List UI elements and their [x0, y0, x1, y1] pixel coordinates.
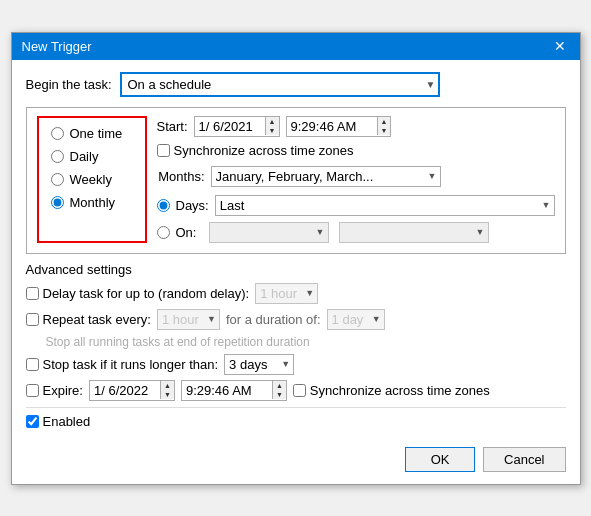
- start-time-input-group: ▲ ▼: [286, 116, 392, 137]
- start-time-input[interactable]: [287, 117, 377, 136]
- stop-longer-select[interactable]: 3 days 1 hour 2 hours 1 day: [224, 354, 294, 375]
- repeat-task-select-wrapper: 1 hour ▼: [157, 309, 220, 330]
- enabled-row: Enabled: [26, 414, 566, 429]
- days-on-row: Days: Last First Second Third Fourth: [157, 195, 555, 243]
- start-row: Start: ▲ ▼ ▲ ▼: [157, 116, 555, 158]
- enabled-checkbox[interactable]: [26, 415, 39, 428]
- divider: [26, 407, 566, 408]
- stop-longer-row: Stop task if it runs longer than: 3 days…: [26, 354, 566, 375]
- radio-one-time-input[interactable]: [51, 127, 64, 140]
- repeat-task-checkbox[interactable]: [26, 313, 39, 326]
- radio-daily[interactable]: Daily: [51, 149, 133, 164]
- repeat-task-text: Repeat task every:: [43, 312, 151, 327]
- dialog-footer: OK Cancel: [12, 439, 580, 484]
- expire-date-spin-up[interactable]: ▲: [161, 381, 174, 390]
- delay-task-text: Delay task for up to (random delay):: [43, 286, 250, 301]
- delay-task-select: 1 hour: [255, 283, 318, 304]
- expire-date-spin-btns: ▲ ▼: [160, 381, 174, 399]
- start-date-spin-down[interactable]: ▼: [266, 126, 279, 135]
- start-date-spin-up[interactable]: ▲: [266, 117, 279, 126]
- expire-sync-label: Synchronize across time zones: [310, 383, 490, 398]
- settings-section: One time Daily Weekly Monthly: [26, 107, 566, 254]
- months-label: Months:: [157, 169, 205, 184]
- months-select[interactable]: January, February, March...: [211, 166, 441, 187]
- sync-checkbox-row[interactable]: Synchronize across time zones: [157, 143, 354, 158]
- title-bar: New Trigger ✕: [12, 33, 580, 60]
- cancel-button[interactable]: Cancel: [483, 447, 565, 472]
- expire-date-input-group: ▲ ▼: [89, 380, 175, 401]
- on-label: On:: [176, 225, 197, 240]
- on-row-inner: On: ▼: [157, 222, 555, 243]
- months-row: Months: January, February, March... ▼: [157, 166, 555, 187]
- delay-task-checkbox[interactable]: [26, 287, 39, 300]
- begin-task-row: Begin the task: On a schedule At log on …: [26, 72, 566, 97]
- expire-text: Expire:: [43, 383, 83, 398]
- expire-row: Expire: ▲ ▼ ▲ ▼: [26, 380, 566, 401]
- advanced-title: Advanced settings: [26, 262, 566, 277]
- radio-on[interactable]: On:: [157, 225, 203, 240]
- delay-task-row: Delay task for up to (random delay): 1 h…: [26, 283, 566, 304]
- repeat-task-select: 1 hour: [157, 309, 220, 330]
- stop-longer-text: Stop task if it runs longer than:: [43, 357, 219, 372]
- days-row-inner: Days: Last First Second Third Fourth: [157, 195, 555, 216]
- start-time-spin-btns: ▲ ▼: [377, 117, 391, 135]
- delay-task-select-wrapper: 1 hour ▼: [255, 283, 318, 304]
- radio-weekly[interactable]: Weekly: [51, 172, 133, 187]
- schedule-type-radio-group: One time Daily Weekly Monthly: [37, 116, 147, 243]
- radio-monthly-input[interactable]: [51, 196, 64, 209]
- expire-date-input[interactable]: [90, 381, 160, 400]
- for-duration-label: for a duration of:: [226, 312, 321, 327]
- close-button[interactable]: ✕: [550, 39, 570, 53]
- begin-task-select[interactable]: On a schedule At log on At startup On id…: [120, 72, 440, 97]
- expire-time-spin-btns: ▲ ▼: [272, 381, 286, 399]
- enabled-text: Enabled: [43, 414, 91, 429]
- start-date-input-group: ▲ ▼: [194, 116, 280, 137]
- stop-longer-checkbox[interactable]: [26, 358, 39, 371]
- expire-time-input[interactable]: [182, 381, 272, 400]
- days-label: Days:: [176, 198, 209, 213]
- radio-daily-label: Daily: [70, 149, 99, 164]
- radio-daily-input[interactable]: [51, 150, 64, 163]
- on-select2-wrapper: ▼: [339, 222, 489, 243]
- radio-weekly-input[interactable]: [51, 173, 64, 186]
- stop-running-row: Stop all running tasks at end of repetit…: [26, 335, 566, 349]
- expire-label[interactable]: Expire:: [26, 383, 83, 398]
- months-select-wrapper: January, February, March... ▼: [211, 166, 441, 187]
- settings-layout: One time Daily Weekly Monthly: [37, 116, 555, 243]
- enabled-label[interactable]: Enabled: [26, 414, 91, 429]
- expire-time-spin-up[interactable]: ▲: [273, 381, 286, 390]
- radio-one-time-label: One time: [70, 126, 123, 141]
- dialog-body: Begin the task: On a schedule At log on …: [12, 60, 580, 439]
- start-time-spin-up[interactable]: ▲: [378, 117, 391, 126]
- advanced-section: Advanced settings Delay task for up to (…: [26, 262, 566, 429]
- radio-monthly[interactable]: Monthly: [51, 195, 133, 210]
- expire-time-spin-down[interactable]: ▼: [273, 390, 286, 399]
- radio-weekly-label: Weekly: [70, 172, 112, 187]
- expire-time-input-group: ▲ ▼: [181, 380, 287, 401]
- sync-checkbox[interactable]: [157, 144, 170, 157]
- start-label: Start:: [157, 119, 188, 134]
- start-date-spin-btns: ▲ ▼: [265, 117, 279, 135]
- start-date-input[interactable]: [195, 117, 265, 136]
- radio-days-input[interactable]: [157, 199, 170, 212]
- radio-days[interactable]: Days:: [157, 198, 209, 213]
- duration-select-wrapper: 1 day ▼: [327, 309, 385, 330]
- radio-on-input[interactable]: [157, 226, 170, 239]
- begin-task-label: Begin the task:: [26, 77, 112, 92]
- stop-longer-label[interactable]: Stop task if it runs longer than:: [26, 357, 219, 372]
- ok-button[interactable]: OK: [405, 447, 475, 472]
- days-select[interactable]: Last First Second Third Fourth: [215, 195, 555, 216]
- radio-one-time[interactable]: One time: [51, 126, 133, 141]
- delay-task-label[interactable]: Delay task for up to (random delay):: [26, 286, 250, 301]
- expire-sync-row[interactable]: Synchronize across time zones: [293, 383, 490, 398]
- repeat-task-label[interactable]: Repeat task every:: [26, 312, 151, 327]
- repeat-task-row: Repeat task every: 1 hour ▼ for a durati…: [26, 309, 566, 330]
- sync-label: Synchronize across time zones: [174, 143, 354, 158]
- expire-sync-checkbox[interactable]: [293, 384, 306, 397]
- expire-checkbox[interactable]: [26, 384, 39, 397]
- expire-date-spin-down[interactable]: ▼: [161, 390, 174, 399]
- days-select-wrapper: Last First Second Third Fourth ▼: [215, 195, 555, 216]
- begin-task-select-wrapper: On a schedule At log on At startup On id…: [120, 72, 440, 97]
- start-time-spin-down[interactable]: ▼: [378, 126, 391, 135]
- new-trigger-dialog: New Trigger ✕ Begin the task: On a sched…: [11, 32, 581, 485]
